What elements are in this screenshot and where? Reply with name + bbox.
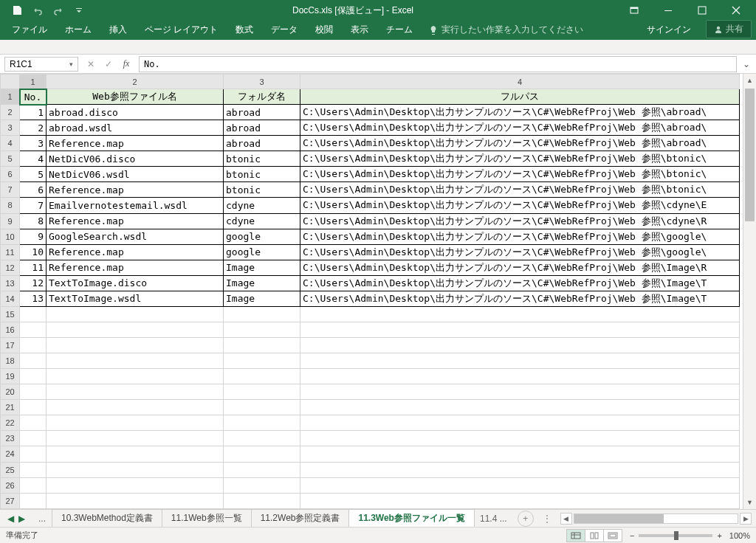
cell[interactable] [300,322,740,337]
cell[interactable]: btonic [224,182,300,198]
cell[interactable] [20,462,47,477]
cell[interactable]: 4 [20,151,47,167]
cell[interactable] [20,353,47,369]
cell[interactable]: cdyne [224,213,300,229]
column-header[interactable]: 4 [300,75,740,89]
row-header[interactable]: 4 [1,136,20,151]
cell[interactable]: C:\Users\Admin\Desktop\出力サンプルのソース\C#\Web… [300,244,740,260]
cell[interactable] [300,353,740,369]
cell[interactable] [47,338,224,353]
tab-review[interactable]: 校閲 [306,20,342,40]
cell[interactable] [47,322,224,337]
cell[interactable]: Reference.map [47,260,224,275]
cell[interactable]: Reference.map [47,182,224,198]
cell[interactable] [224,415,300,431]
sheet-tab[interactable]: 11.2Web参照定義書 [251,509,350,528]
cell[interactable] [300,400,740,415]
cell[interactable]: Reference.map [47,244,224,260]
row-header[interactable]: 14 [1,291,20,306]
cell[interactable]: 10 [20,244,47,260]
row-header[interactable]: 9 [1,213,20,229]
ribbon-options-button[interactable] [617,0,651,21]
cell[interactable] [224,462,300,477]
cell[interactable]: 9 [20,229,47,244]
cell[interactable]: TextToImage.wsdl [47,291,224,306]
cell[interactable]: Web参照ファイル名 [47,89,224,105]
view-page-layout-button[interactable] [585,529,604,542]
row-header[interactable]: 16 [1,322,20,337]
cell[interactable]: 8 [20,213,47,229]
row-header[interactable]: 23 [1,431,20,446]
cancel-formula-button[interactable]: ✕ [83,57,99,72]
signin-link[interactable]: サインイン [636,20,701,40]
cell[interactable] [20,322,47,337]
cell[interactable]: btonic [224,167,300,182]
sheet-nav-prev[interactable]: ◀ [7,513,14,524]
cell[interactable]: cdyne [224,198,300,213]
spreadsheet-grid[interactable]: 1 2 3 4 1 No. Web参照ファイル名 フォルダ名 フルパス2 1 a… [0,74,756,509]
cell[interactable]: 11 [20,260,47,275]
view-normal-button[interactable] [566,529,585,542]
cell[interactable]: 7 [20,198,47,213]
cell[interactable]: C:\Users\Admin\Desktop\出力サンプルのソース\C#\Web… [300,198,740,213]
cell[interactable]: abroad [224,120,300,136]
cell[interactable] [47,400,224,415]
cell[interactable] [224,446,300,462]
sheet-tab[interactable]: 11.3Web参照ファイル一覧 [348,509,474,528]
row-header[interactable]: 5 [1,151,20,167]
cell[interactable]: btonic [224,151,300,167]
row-header[interactable]: 25 [1,462,20,477]
expand-formula-bar[interactable]: ⌄ [741,59,756,69]
cell[interactable]: C:\Users\Admin\Desktop\出力サンプルのソース\C#\Web… [300,275,740,291]
add-sheet-button[interactable]: + [518,511,534,527]
save-button[interactable] [7,1,27,19]
cell[interactable] [47,369,224,384]
formula-input[interactable] [139,56,737,72]
row-header[interactable]: 2 [1,105,20,120]
tell-me-search[interactable]: 実行したい作業を入力してください [422,20,591,40]
cell[interactable] [300,446,740,462]
cell[interactable] [20,306,47,322]
row-header[interactable]: 18 [1,353,20,369]
row-header[interactable]: 19 [1,369,20,384]
cell[interactable]: GoogleSearch.wsdl [47,229,224,244]
cell[interactable] [20,369,47,384]
cell[interactable] [300,306,740,322]
cell[interactable]: C:\Users\Admin\Desktop\出力サンプルのソース\C#\Web… [300,291,740,306]
cell[interactable]: NetDicV06.disco [47,151,224,167]
cell[interactable] [300,384,740,400]
column-header[interactable]: 2 [47,75,224,89]
cell[interactable]: google [224,229,300,244]
cell[interactable] [47,446,224,462]
hscroll-track[interactable] [574,513,738,524]
cell[interactable]: Image [224,260,300,275]
row-header[interactable]: 17 [1,338,20,353]
zoom-handle[interactable] [674,531,678,540]
row-header[interactable]: 27 [1,493,20,508]
cell[interactable]: Reference.map [47,213,224,229]
name-box[interactable]: R1C1 ▾ [4,57,78,72]
cell[interactable]: 2 [20,120,47,136]
cell[interactable]: C:\Users\Admin\Desktop\出力サンプルのソース\C#\Web… [300,105,740,120]
column-header[interactable]: 3 [224,75,300,89]
cell[interactable] [47,477,224,493]
cell[interactable]: C:\Users\Admin\Desktop\出力サンプルのソース\C#\Web… [300,213,740,229]
cell[interactable] [224,306,300,322]
row-header[interactable]: 20 [1,384,20,400]
cell[interactable] [300,431,740,446]
chevron-down-icon[interactable]: ▾ [69,60,73,68]
cell[interactable]: C:\Users\Admin\Desktop\出力サンプルのソース\C#\Web… [300,120,740,136]
sheet-tab[interactable]: 10.3WebMethod定義書 [52,509,162,528]
vertical-scrollbar[interactable]: ▲ ▼ [743,74,756,509]
cell[interactable] [20,493,47,508]
fx-icon[interactable]: fx [118,58,134,69]
cell[interactable] [300,462,740,477]
row-header[interactable]: 1 [1,89,20,105]
zoom-slider[interactable]: − + [630,531,722,540]
row-header[interactable]: 22 [1,415,20,431]
cell[interactable] [20,415,47,431]
maximize-button[interactable] [685,0,719,21]
cell[interactable]: NetDicV06.wsdl [47,167,224,182]
row-header[interactable]: 24 [1,446,20,462]
cell[interactable] [47,431,224,446]
